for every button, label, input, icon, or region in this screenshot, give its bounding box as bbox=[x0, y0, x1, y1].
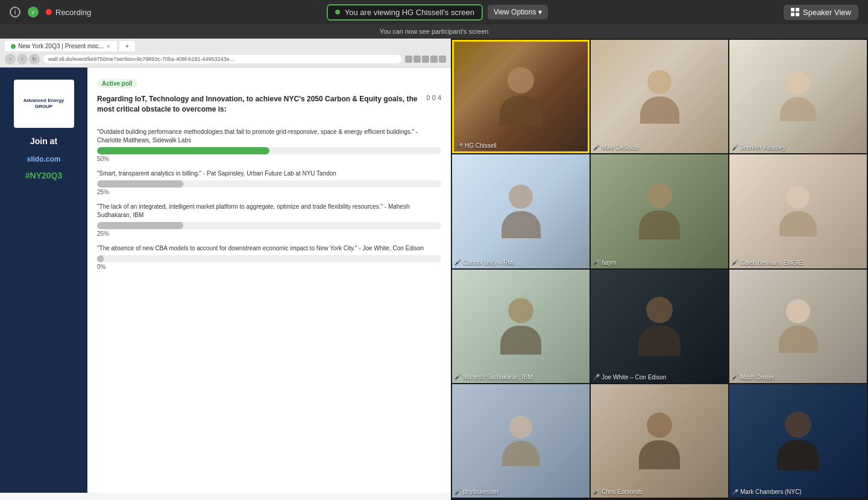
back-button[interactable]: ‹ bbox=[5, 54, 16, 65]
speaker-view-label: Speaker View bbox=[803, 8, 851, 17]
poll-bar-container bbox=[97, 180, 441, 188]
poll-option-text: "Outdated building performance methodolo… bbox=[97, 128, 441, 145]
poll-percent: 50% bbox=[97, 156, 441, 162]
poll-option-text: "The lack of an integrated, intelligent … bbox=[97, 203, 441, 220]
poll-option-text: "The absence of new CBA models to accoun… bbox=[97, 244, 441, 253]
top-left-controls: i ✓ Recording bbox=[10, 7, 91, 17]
slido-url[interactable]: slido.com bbox=[27, 155, 60, 163]
chevron-down-icon: ▾ bbox=[538, 8, 542, 16]
video-tile-label: 🎤 Joe White – Con Edison bbox=[593, 374, 666, 381]
slido-join-label: Join at bbox=[30, 135, 57, 148]
refresh-button[interactable]: ↻ bbox=[29, 54, 40, 65]
new-tab-button[interactable]: + bbox=[119, 41, 135, 51]
shield-icon: ✓ bbox=[28, 7, 39, 17]
forward-button[interactable]: › bbox=[17, 54, 28, 65]
mic-off-icon: 🎤 bbox=[454, 374, 461, 380]
video-tile-phyllis[interactable]: 🎤 phylliskessler bbox=[452, 384, 590, 498]
participant-name: Joe White – Con Edison bbox=[602, 374, 666, 381]
mic-off-icon: 🎤 bbox=[732, 259, 738, 265]
browser-nav: ‹ › ↻ wall.sli.do/event/ke9750me?section… bbox=[5, 54, 446, 65]
video-tile-label: 🎤 Caleb Benham, ENGIE bbox=[732, 259, 802, 266]
mic-off-icon: 🎤 bbox=[593, 374, 600, 380]
screen-share-area: New York 20Q3 | Present moc... ✕ + ‹ › ↻… bbox=[0, 39, 451, 500]
video-tile-label: 🎤 Jennifer Kearney bbox=[732, 144, 786, 151]
video-tile-mitch-dexter[interactable]: 🎤 Mitch Dexter bbox=[729, 270, 867, 383]
toolbar-icon[interactable] bbox=[422, 55, 429, 63]
video-tile-label: 🎤 Connor Usry – RMI bbox=[454, 259, 515, 266]
video-tile-mark-chambers[interactable]: 🎤 Mark Chambers (NYC) bbox=[729, 384, 867, 498]
browser-tab-active[interactable]: New York 20Q3 | Present moc... ✕ bbox=[5, 41, 117, 51]
toolbar-icon[interactable] bbox=[430, 55, 438, 63]
video-tile-joe-white[interactable]: 🎤 Joe White – Con Edison bbox=[591, 270, 728, 383]
screen-share-banner: You are viewing HG Chissell's screen bbox=[327, 4, 483, 21]
poll-percent: 0% bbox=[97, 264, 441, 270]
aeg-logo-text: Advanced EnergyGROUP bbox=[24, 98, 64, 110]
video-tile-label: 🎤 phylliskessler bbox=[454, 489, 498, 495]
video-tile-label: 🎤 Mahesh Sudhakaran, IBM bbox=[454, 374, 533, 381]
slido-hashtag: #NY20Q3 bbox=[25, 171, 62, 180]
video-tile-hg-chissell[interactable]: 🎤 HG Chissell bbox=[452, 40, 590, 153]
aeg-logo: Advanced EnergyGROUP bbox=[14, 80, 74, 128]
browser-tabs: New York 20Q3 | Present moc... ✕ + bbox=[5, 41, 446, 51]
info-icon[interactable]: i bbox=[10, 7, 20, 17]
poll-bar-container bbox=[97, 222, 441, 229]
address-bar[interactable]: wall.sli.do/event/ke9750me?section=9c798… bbox=[43, 55, 401, 63]
nav-arrows: ‹ › ↻ bbox=[5, 54, 40, 65]
mic-off-icon: 🎤 bbox=[732, 374, 738, 380]
screen-share-controls: You are viewing HG Chissell's screen Vie… bbox=[327, 4, 549, 21]
poll-option-text: "Smart, transparent analytics in billing… bbox=[97, 169, 441, 178]
browser-toolbar bbox=[405, 55, 446, 63]
slido-main: Active poll Regarding IoT, Technology an… bbox=[87, 68, 451, 493]
toolbar-icon[interactable] bbox=[405, 55, 412, 63]
toolbar-icon[interactable] bbox=[439, 55, 446, 63]
tab-close-icon[interactable]: ✕ bbox=[106, 43, 111, 49]
participant-name: Mahesh Sudhakaran, IBM bbox=[463, 374, 533, 381]
poll-bar bbox=[97, 255, 104, 262]
video-tile-label: 🎤 HG Chissell bbox=[456, 142, 497, 149]
mic-off-icon: 🎤 bbox=[454, 259, 461, 265]
slido-interface: Advanced EnergyGROUP Join at slido.com #… bbox=[0, 68, 451, 493]
poll-question: Regarding IoT, Technology and Innovation… bbox=[97, 94, 422, 115]
sub-banner: You can now see participant's screen bbox=[0, 24, 868, 39]
participant-name: phylliskessler bbox=[463, 489, 498, 495]
video-tile-label: 🎤 haym bbox=[593, 259, 616, 266]
video-tile-mike-desocio[interactable]: 🎤 Mike DeSocio bbox=[591, 40, 728, 153]
poll-bar-container bbox=[97, 147, 441, 154]
participant-name: Mark Chambers (NYC) bbox=[740, 489, 802, 495]
poll-option-4: "The absence of new CBA models to accoun… bbox=[97, 244, 441, 270]
mic-off-icon: 🎤 bbox=[732, 145, 738, 151]
browser-window: New York 20Q3 | Present moc... ✕ + ‹ › ↻… bbox=[0, 39, 451, 500]
participant-name: Mitch Dexter bbox=[740, 374, 774, 381]
tab-favicon bbox=[11, 44, 16, 49]
screen-share-text: You are viewing HG Chissell's screen bbox=[345, 8, 474, 17]
toolbar-icon[interactable] bbox=[414, 55, 421, 63]
poll-option-3: "The lack of an integrated, intelligent … bbox=[97, 203, 441, 237]
video-tile-caleb-benham[interactable]: 🎤 Caleb Benham, ENGIE bbox=[729, 154, 867, 268]
poll-bar bbox=[97, 222, 183, 229]
video-tile-jennifer-kearney[interactable]: 🎤 Jennifer Kearney bbox=[729, 40, 867, 153]
mic-off-icon: 🎤 bbox=[593, 259, 600, 265]
view-options-button[interactable]: View Options ▾ bbox=[488, 5, 548, 19]
poll-bar-container bbox=[97, 255, 441, 262]
recording-indicator: Recording bbox=[46, 8, 91, 17]
active-poll-badge: Active poll bbox=[97, 79, 137, 88]
poll-bar bbox=[97, 180, 183, 188]
green-dot bbox=[335, 10, 340, 14]
video-tile-mahesh[interactable]: 🎤 Mahesh Sudhakaran, IBM bbox=[452, 270, 590, 383]
poll-percent: 25% bbox=[97, 189, 441, 195]
poll-option-1: "Outdated building performance methodolo… bbox=[97, 128, 441, 162]
video-tile-connor-usry[interactable]: 🎤 Connor Usry – RMI bbox=[452, 154, 590, 268]
video-grid: 🎤 HG Chissell 🎤 Mike DeSocio bbox=[451, 39, 868, 500]
mic-off-icon: 🎤 bbox=[593, 145, 600, 151]
tab-label: New York 20Q3 | Present moc... bbox=[18, 43, 104, 49]
video-tile-haym[interactable]: 🎤 haym bbox=[591, 154, 728, 268]
video-tile-chris-edmonds[interactable]: 🎤 Chris Edmonds bbox=[591, 384, 728, 498]
participant-name: Chris Edmonds bbox=[602, 489, 643, 495]
view-options-label: View Options bbox=[494, 8, 536, 16]
browser-chrome: New York 20Q3 | Present moc... ✕ + ‹ › ↻… bbox=[0, 39, 451, 68]
speaker-view-button[interactable]: Speaker View bbox=[784, 5, 858, 20]
url-text: wall.sli.do/event/ke9750me?section=9c798… bbox=[48, 56, 234, 62]
participant-name: Jennifer Kearney bbox=[740, 144, 786, 151]
join-text: Join at bbox=[30, 136, 57, 146]
sub-banner-text: You can now see participant's screen bbox=[380, 28, 489, 35]
